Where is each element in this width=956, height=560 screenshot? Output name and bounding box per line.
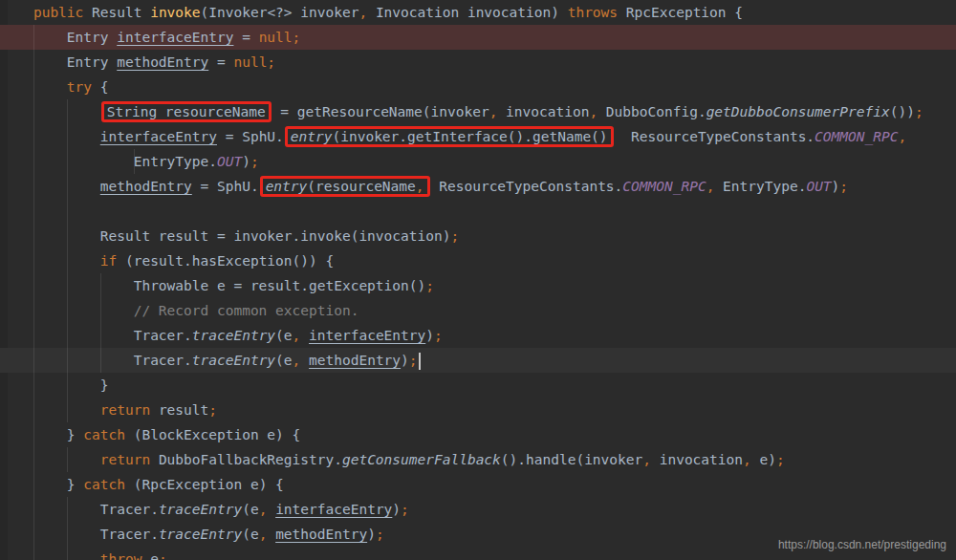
code-token: return [100,452,150,467]
code-token: methodEntry [100,179,192,194]
code-token: = getResourceName(invoker [272,104,489,119]
code-line: interfaceEntry = SphU.entry(invoker.getI… [0,124,956,149]
code-token: } [0,477,83,492]
code-line: } catch (BlockException e) { [0,422,956,447]
code-token: traceEntry [192,353,275,368]
code-line: return DubboFallbackRegistry.getConsumer… [0,447,956,472]
code-token: } [0,377,109,393]
code-token: OUT [217,154,242,169]
code-token: ; [839,179,848,194]
code-token: ; [915,104,923,119]
code-token: Tracer. [0,328,192,343]
code-token: Throwable e = result.getException() [0,278,425,293]
code-token: e) [751,452,776,467]
code-token: (e [275,353,292,368]
code-token: return [100,402,150,418]
code-token: OUT [806,179,831,194]
code-line: Tracer.traceEntry(e, methodEntry); [0,348,956,373]
code-line: if (result.hasException()) { [0,248,956,273]
code-token: , [589,104,598,119]
code-token [0,179,100,194]
code-token: ()) [890,104,915,119]
code-token: null; [233,54,275,70]
code-token: String resourceName [107,104,266,119]
code-token: interfaceEntry [117,30,233,45]
code-token: DubboConfig. [598,104,706,119]
code-area[interactable]: public Result invoke(Invoker<?> invoker,… [0,0,956,560]
code-line: Tracer.traceEntry(e, interfaceEntry); [0,323,956,348]
code-token: { [92,79,108,95]
code-line: public Result invoke(Invoker<?> invoker,… [0,0,956,25]
code-token: ; [401,502,409,517]
code-token: = [208,54,233,70]
code-line: // Record common exception. [0,298,956,323]
code-token [267,502,275,517]
code-token: , [416,179,424,194]
code-token: invocation [497,104,589,119]
code-token: ; [450,228,459,244]
code-token [300,353,309,368]
code-editor[interactable]: public Result invoke(Invoker<?> invoker,… [0,0,956,560]
code-line: Entry methodEntry = null; [0,50,956,75]
indent-guide [67,497,68,560]
code-token: Entry [0,54,117,70]
code-token [0,253,100,269]
annotation-box: String resourceName [101,101,272,122]
code-token: ) [242,154,250,169]
code-token [267,527,275,542]
code-token [0,104,100,119]
code-token: catch [83,427,125,442]
code-line: Entry interfaceEntry = null; [0,25,956,50]
code-token: methodEntry [309,353,401,368]
code-line [0,199,956,224]
watermark: https://blog.csdn.net/prestigeding [778,538,946,551]
indent-guide [100,273,101,373]
code-token: entry [291,129,333,144]
code-token: interfaceEntry [275,502,392,517]
code-token: Tracer. [0,527,159,542]
code-line: EntryType.OUT); [0,149,956,174]
code-line: try { [0,75,956,99]
annotation-box: entry(invoker.getInterface().getName() [285,126,614,147]
text-caret [419,353,421,370]
code-token: public [33,5,83,20]
code-token: catch [83,477,125,492]
code-token: try [67,79,92,95]
code-token: Entry [0,30,117,45]
code-token: (e [242,527,258,542]
code-token: e [141,551,158,560]
code-token: traceEntry [192,328,275,343]
code-token: ; [409,353,418,368]
code-line: Throwable e = result.getException(); [0,273,956,298]
code-token [0,5,33,20]
code-token: getDubboConsumerPrefix [706,104,890,119]
code-token: Result [83,5,150,20]
code-token: ; [208,402,217,418]
code-line: String resourceName = getResourceName(in… [0,99,956,124]
code-token: = SphU. [192,179,259,194]
code-token: (Invoker<?> invoker [201,5,359,20]
code-token: invoke [150,5,200,20]
indent-guide [33,25,34,560]
code-token: , [743,452,751,467]
code-token: null; [259,30,301,45]
code-token: ) [401,353,409,368]
code-token: methodEntry [275,527,367,542]
code-token: throws [568,5,618,20]
code-token: , [358,5,367,20]
code-token: (invoker.getInterface().getName() [332,129,607,144]
code-token: interfaceEntry [100,129,217,144]
code-token: Tracer. [0,502,159,517]
code-token: (e [242,502,258,517]
indent-guide [67,447,68,472]
code-token: ; [425,278,434,293]
code-token: (RpcException e) { [125,477,284,492]
code-token: ; [250,154,259,169]
code-token: COMMON_RPC [622,179,706,194]
code-token: = [233,30,258,45]
code-token: // Record common exception. [0,303,358,318]
code-line: } [0,373,956,398]
code-token [0,129,100,144]
code-token [0,402,100,418]
code-token: traceEntry [159,502,242,517]
